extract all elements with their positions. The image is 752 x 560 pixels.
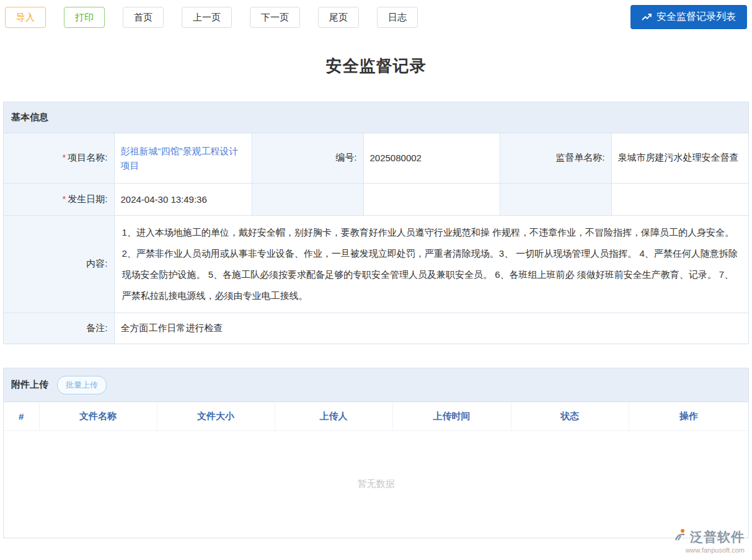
batch-upload-button[interactable]: 批量上传 [57, 376, 107, 394]
toolbar: 导入 打印 首页 上一页 下一页 尾页 日志 安全监督记录列表 [0, 0, 752, 29]
attachments-table: # 文件名称 文件大小 上传人 上传时间 状态 操作 暂无数据 [4, 402, 748, 538]
column-status: 状态 [511, 402, 629, 431]
next-page-button[interactable]: 下一页 [250, 7, 300, 28]
column-upload-time: 上传时间 [392, 402, 511, 431]
last-page-button[interactable]: 尾页 [318, 7, 359, 28]
required-marker: * [62, 152, 66, 162]
basic-info-table: *项目名称: 彭祖新城“四馆”景观工程设计项目 编号: 2025080002 监… [4, 133, 748, 344]
column-actions: 操作 [629, 402, 748, 431]
attachments-section: 附件上传 批量上传 # 文件名称 文件大小 上传人 上传时间 状态 操作 暂无数… [3, 368, 749, 538]
empty-label-cell [500, 183, 611, 215]
basic-info-section: 基本信息 *项目名称: 彭祖新城“四馆”景观工程设计项目 编号: 2025080… [3, 102, 749, 344]
first-page-button[interactable]: 首页 [123, 7, 164, 28]
number-label: 编号: [252, 133, 363, 183]
supervision-name-value: 泉城市房建污水处理安全督查 [611, 133, 748, 183]
remark-value: 全方面工作日常进行检查 [114, 313, 748, 344]
attachments-header-row: # 文件名称 文件大小 上传人 上传时间 状态 操作 [4, 402, 748, 431]
import-button[interactable]: 导入 [5, 7, 46, 28]
vendor-logo-icon [673, 528, 688, 545]
empty-state-row: 暂无数据 [4, 431, 748, 538]
record-list-button[interactable]: 安全监督记录列表 [630, 5, 747, 29]
table-row: *发生日期: 2024-04-30 13:49:36 [4, 183, 748, 215]
table-row: *项目名称: 彭祖新城“四馆”景观工程设计项目 编号: 2025080002 监… [4, 133, 748, 183]
attachments-title: 附件上传 [11, 379, 48, 391]
occurrence-date-label: *发生日期: [4, 183, 114, 215]
print-button[interactable]: 打印 [64, 7, 105, 28]
content-value: 1、进入本场地施工的单位，戴好安全帽，别好胸卡，要教育好作业人员遵守行业规范和操… [114, 215, 748, 313]
project-name-value: 彭祖新城“四馆”景观工程设计项目 [114, 133, 252, 183]
empty-state-text: 暂无数据 [4, 431, 748, 538]
empty-label-cell [252, 183, 363, 215]
basic-info-header: 基本信息 [4, 102, 748, 133]
project-name-label: *项目名称: [4, 133, 114, 183]
supervision-name-label: 监督单名称: [500, 133, 611, 183]
basic-info-title: 基本信息 [11, 112, 48, 123]
number-value: 2025080002 [363, 133, 500, 183]
page-title: 安全监督记录 [0, 55, 752, 77]
content-label: 内容: [4, 215, 114, 313]
vendor-name: 泛普软件 [690, 530, 745, 544]
required-marker: * [62, 193, 66, 204]
attachments-header: 附件上传 批量上传 [4, 368, 748, 402]
vendor-url: www.fanpusoft.com [686, 546, 745, 554]
occurrence-date-value: 2024-04-30 13:49:36 [114, 183, 252, 215]
project-name-label-text: 项目名称: [68, 152, 107, 162]
column-file-name: 文件名称 [39, 402, 157, 431]
column-uploader: 上传人 [275, 402, 392, 431]
column-file-size: 文件大小 [157, 402, 275, 431]
log-button[interactable]: 日志 [377, 7, 418, 28]
empty-value-cell [611, 183, 748, 215]
column-index: # [4, 402, 39, 431]
table-row: 内容: 1、进入本场地施工的单位，戴好安全帽，别好胸卡，要教育好作业人员遵守行业… [4, 215, 748, 313]
trend-arrow-icon [642, 12, 652, 22]
vendor-watermark[interactable]: 泛普软件 www.fanpusoft.com [673, 528, 745, 554]
prev-page-button[interactable]: 上一页 [182, 7, 232, 28]
remark-label: 备注: [4, 313, 114, 344]
record-list-label: 安全监督记录列表 [657, 11, 736, 24]
project-name-link[interactable]: 彭祖新城“四馆”景观工程设计项目 [121, 146, 239, 171]
occurrence-date-label-text: 发生日期: [68, 193, 107, 204]
table-row: 备注: 全方面工作日常进行检查 [4, 313, 748, 344]
brand-row: 泛普软件 [673, 528, 745, 545]
empty-value-cell [363, 183, 500, 215]
